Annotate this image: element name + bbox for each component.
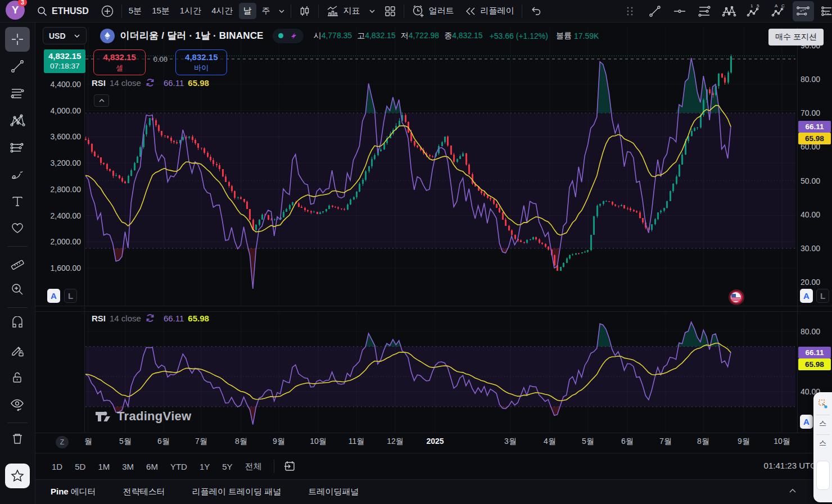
auto-scale-button[interactable]: A [800,289,813,303]
auto-scale-button[interactable]: A [800,415,813,429]
undo-button[interactable] [524,0,547,22]
bottom-tab-0[interactable]: Pine 에디터 [51,487,96,497]
timeframe-dropdown[interactable] [275,0,288,22]
pattern-sidebar-tool[interactable] [5,108,30,133]
alert-button[interactable]: 얼러트 [406,0,459,22]
goto-date-button[interactable] [281,456,298,476]
crosshair-tool[interactable] [5,27,30,52]
replay-button[interactable]: 리플레이 [459,0,519,22]
indicator-templates-dropdown[interactable] [365,0,379,22]
popup-item-1[interactable]: 스 [816,415,830,429]
fib-retracement-tool[interactable] [5,81,30,106]
time-axis-label: 9월 [273,437,285,447]
lock-drawings-tool[interactable] [5,365,30,390]
divider [121,4,122,18]
user-avatar[interactable]: Y 3 [6,1,25,20]
svg-text:A: A [775,4,778,8]
currency-selector[interactable]: USD [43,27,87,44]
timezone-button[interactable]: Z [56,436,69,448]
range-button-5Y[interactable]: 5Y [217,458,237,475]
symbol-title[interactable]: 이더리움 / 달러 · 1날 · BINANCE [120,29,264,42]
favorites-star-button[interactable] [5,464,30,488]
long-position-tool[interactable] [793,1,814,21]
timeframe-1시간[interactable]: 1시간 [175,3,206,19]
indicators-button[interactable]: 지표 [321,0,365,22]
search-icon [37,6,47,16]
log-scale-button[interactable]: L [64,289,77,303]
drawing-tools-toolbar: 15 AC [620,0,832,22]
zoom-in-tool[interactable] [5,277,30,302]
sell-button[interactable]: 4,832.15 셀 [93,49,145,75]
divider [404,4,404,18]
elliott-wave-tool[interactable]: 15 [743,1,765,21]
rsi-refresh-icon[interactable] [145,313,155,323]
emoji-tool[interactable] [5,216,30,240]
auto-scale-button[interactable]: A [47,289,60,303]
rsi-refresh-icon[interactable] [145,78,155,88]
bottom-tab-1[interactable]: 전략테스터 [123,487,165,497]
rsi-value: 66.11 [164,78,184,88]
measure-tool[interactable] [5,250,30,275]
range-button-3M[interactable]: 3M [117,458,139,475]
side-popup-panel[interactable]: 스 스 [813,392,832,502]
range-button-1Y[interactable]: 1Y [195,458,215,475]
magnet-tool[interactable] [5,311,30,336]
bottom-tab-2[interactable]: 리플레이 트레이딩 패널 [192,487,281,497]
chevron-up-icon [98,97,105,104]
ohlc-values: 시4,778.35고4,832.15저4,722.98종4,832.15 [314,31,483,41]
popup-button[interactable] [816,461,830,490]
timeframe-날[interactable]: 날 [239,3,256,19]
range-button-YTD[interactable]: YTD [165,458,192,475]
price-axis-label: 2,400.00 [39,211,81,220]
candlestick-icon [299,5,311,17]
drawing-mode-tool[interactable] [5,338,30,363]
pattern-tool[interactable] [718,1,740,21]
trend-line-tool[interactable] [644,1,666,21]
text-tool[interactable] [5,189,30,214]
range-button-1D[interactable]: 1D [47,458,67,475]
trend-line-sidebar-tool[interactable] [5,54,30,79]
layout-grid-button[interactable] [379,0,401,22]
rsi-legend-main[interactable]: RSI 14 close 66.11 65.98 [92,78,209,88]
timeframe-5분[interactable]: 5분 [124,3,146,19]
log-scale-button[interactable]: L [816,289,829,303]
timeframe-4시간[interactable]: 4시간 [207,3,237,19]
buy-button[interactable]: 4,832.15 바이 [175,49,227,75]
pencil-lock-icon [10,343,25,358]
eye-brush-icon [10,397,25,412]
chart-style-button[interactable] [293,0,316,22]
compare-add-button[interactable] [96,0,119,22]
svg-text:1: 1 [750,4,753,8]
hide-drawings-tool[interactable] [5,392,30,417]
timeframe-주[interactable]: 주 [257,3,275,19]
market-status-pill[interactable] [273,29,304,43]
abc-pattern-tool[interactable]: AC [768,1,789,21]
range-button-1M[interactable]: 1M [93,458,115,475]
popup-item-2[interactable]: 스 [816,434,830,448]
price-axis-label: 2,800.00 [39,185,81,194]
short-position-tool[interactable] [817,1,832,21]
parallel-lines-tool[interactable] [694,1,715,21]
range-button-전체[interactable]: 전체 [240,458,267,475]
indicators-icon [326,4,340,18]
currency-label: USD [49,31,66,40]
economic-event-flag[interactable] [727,288,745,306]
remove-drawings-tool[interactable] [5,426,30,451]
bottom-tab-3[interactable]: 트레이딩패널 [308,487,359,497]
range-button-5D[interactable]: 5D [70,458,91,475]
expand-panel-chevron[interactable] [788,487,797,498]
brush-tool[interactable] [5,162,30,187]
utc-clock[interactable]: 01:41:23 UTC [764,461,816,470]
chart-canvas[interactable] [0,0,832,504]
symbol-search[interactable]: ETHUSD [30,0,96,22]
timeframe-15분[interactable]: 15분 [147,3,174,19]
toolbar-drag-handle[interactable] [620,1,641,21]
horizontal-line-tool[interactable] [669,1,690,21]
last-price-badge: 4,832.15 07:18:37 [44,49,85,73]
range-button-6M[interactable]: 6M [141,458,163,475]
collapse-legend-button[interactable] [94,94,109,107]
projection-tool[interactable] [5,135,30,160]
buy-label: 바이 [185,62,218,73]
divider [318,4,319,18]
rsi-legend-sub[interactable]: RSI 14 close 66.11 65.98 [92,313,209,323]
